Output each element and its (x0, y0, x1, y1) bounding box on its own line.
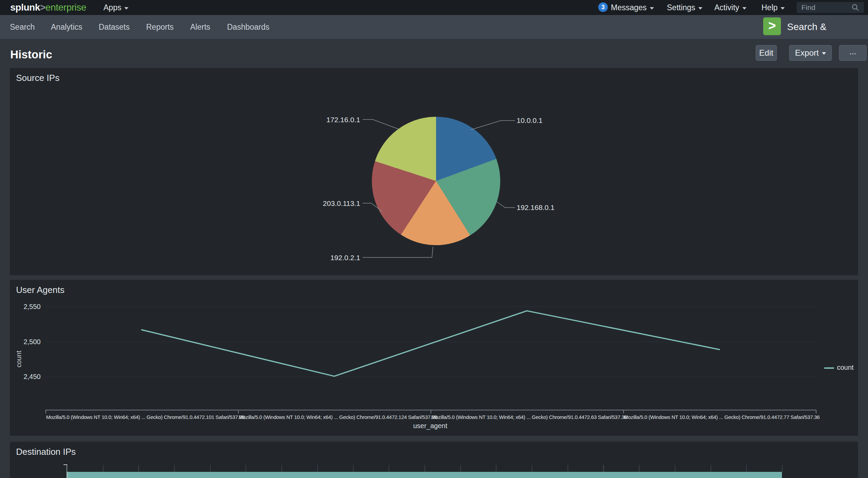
gridline-ticks (67, 465, 793, 472)
chevron-down-icon (742, 7, 746, 10)
nav-item-dashboards[interactable]: Dashboards (227, 15, 269, 39)
x-tick-label: Mozilla/5.0 (Windows NT 10.0; Win64; x64… (431, 414, 622, 420)
nav-item-alerts[interactable]: Alerts (190, 15, 210, 39)
apps-menu[interactable]: Apps (103, 0, 128, 15)
app-nav-bar (0, 15, 868, 39)
search-icon[interactable] (852, 4, 859, 11)
chevron-down-icon (124, 7, 128, 10)
x-axis-tick (45, 410, 46, 413)
panel-destination-ips: Destination IPs (10, 442, 858, 478)
top-nav-bar: splunk>enterprise Apps 3 Messages Settin… (0, 0, 868, 15)
panel-user-agents: User Agents count 2,550 2,500 2,450 Mozi… (10, 280, 858, 436)
nav-label: Analytics (51, 23, 82, 31)
x-axis-title: user_agent (362, 422, 499, 430)
pie-slice-label[interactable]: 192.168.0.1 (517, 203, 555, 212)
nav-item-reports[interactable]: Reports (146, 15, 174, 39)
messages-menu-label: Messages (611, 3, 647, 12)
help-menu[interactable]: Help (761, 0, 785, 15)
panel-title: Destination IPs (16, 447, 76, 457)
panel-source-ips: Source IPs 10.0.0.1 192.168.0.1 192.0.2.… (10, 68, 858, 275)
x-axis-tick (431, 410, 431, 413)
pie-slice-label[interactable]: 172.16.0.1 (326, 116, 360, 124)
messages-menu[interactable]: Messages (611, 0, 654, 15)
x-axis-tick (816, 410, 816, 413)
splunk-dashboard-page: splunk>enterprise Apps 3 Messages Settin… (0, 0, 868, 478)
line-chart[interactable] (10, 280, 858, 436)
legend-label[interactable]: count (837, 364, 854, 371)
nav-item-datasets[interactable]: Datasets (99, 15, 130, 39)
pie-slice-label[interactable]: 203.0.113.1 (323, 199, 360, 208)
x-tick-label: Mozilla/5.0 (Windows NT 10.0; Win64; x64… (46, 414, 237, 420)
chevron-down-icon (822, 52, 826, 55)
nav-item-analytics[interactable]: Analytics (51, 15, 82, 39)
line-series (142, 311, 719, 376)
nav-label: Reports (146, 23, 174, 31)
help-menu-label: Help (761, 3, 778, 12)
edit-button[interactable]: Edit (756, 45, 777, 61)
panel-title: Source IPs (16, 73, 59, 83)
bar-segment[interactable] (67, 472, 782, 478)
nav-label: Alerts (190, 23, 210, 31)
legend-line-swatch (824, 367, 834, 369)
logo-brand: splunk (10, 2, 40, 13)
search-reporting-app-icon[interactable]: > (763, 17, 781, 35)
export-button-label: Export (795, 48, 818, 57)
nav-item-search[interactable]: Search (10, 15, 35, 39)
more-button-label: ... (849, 47, 856, 56)
edit-button-label: Edit (759, 48, 773, 57)
activity-menu-label: Activity (714, 3, 739, 12)
page-title: Historic (10, 48, 52, 61)
splunk-logo[interactable]: splunk>enterprise (10, 0, 86, 15)
nav-label: Dashboards (227, 23, 269, 31)
pie-chart[interactable] (372, 117, 500, 245)
chevron-down-icon (650, 7, 654, 10)
pie-slice-label[interactable]: 192.0.2.1 (330, 254, 360, 262)
settings-menu-label: Settings (667, 3, 695, 12)
app-name[interactable]: Search & Reporting (787, 15, 868, 39)
nav-label: Datasets (99, 23, 130, 31)
export-button[interactable]: Export (789, 45, 832, 61)
apps-menu-label: Apps (103, 3, 121, 12)
dashboard-header (0, 39, 868, 68)
chevron-down-icon (698, 7, 702, 10)
messages-count-badge: 3 (598, 2, 608, 12)
x-tick-label: Mozilla/5.0 (Windows NT 10.0; Win64; x64… (624, 414, 815, 420)
pie-slice-label[interactable]: 10.0.0.1 (517, 116, 543, 125)
nav-label: Search (10, 23, 35, 31)
x-tick-label: Mozilla/5.0 (Windows NT 10.0; Win64; x64… (239, 414, 430, 420)
more-actions-button[interactable]: ... (839, 45, 867, 61)
logo-divider: > (40, 2, 45, 13)
x-axis-tick (623, 410, 624, 413)
x-axis-tick (238, 410, 239, 413)
chevron-down-icon (781, 7, 785, 10)
settings-menu[interactable]: Settings (667, 0, 702, 15)
activity-menu[interactable]: Activity (714, 0, 746, 15)
logo-product: enterprise (45, 2, 86, 13)
